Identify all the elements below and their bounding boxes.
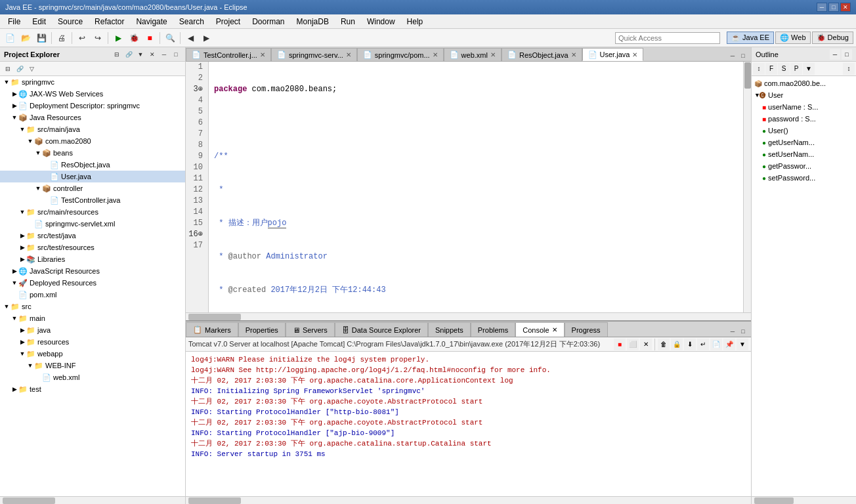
outline-horiz-scroll[interactable]: [752, 496, 856, 504]
tab-console[interactable]: Console ✕: [515, 322, 564, 337]
tab-close[interactable]: ✕: [632, 51, 637, 58]
tree-item[interactable]: ▶📁test: [0, 383, 185, 395]
tree-item[interactable]: ▼📁springmvc: [0, 76, 185, 88]
outline-view-menu-btn[interactable]: ▼: [803, 63, 815, 75]
menu-source[interactable]: Source: [53, 16, 88, 28]
console-close[interactable]: ✕: [552, 326, 557, 333]
menu-edit[interactable]: Edit: [27, 16, 51, 28]
console-stop-btn[interactable]: ■: [614, 339, 626, 350]
tree-item[interactable]: ▶📁java: [0, 324, 185, 336]
editor-scrollbar-thumb[interactable]: [744, 62, 751, 89]
outline-collapse-all-btn[interactable]: ↕: [843, 63, 855, 75]
console-scroll-thumb[interactable]: [188, 497, 241, 504]
left-panel-horiz-scroll[interactable]: [0, 496, 185, 504]
console-scroll-lock-btn[interactable]: 🔒: [671, 339, 683, 350]
menu-window[interactable]: Window: [362, 16, 400, 28]
menu-doorman[interactable]: Doorman: [247, 16, 289, 28]
toolbar-forward[interactable]: ▶: [199, 31, 213, 45]
tree-item[interactable]: ▶🌐JAX-WS Web Services: [0, 88, 185, 100]
menu-navigate[interactable]: Navigate: [131, 16, 172, 28]
tab-close[interactable]: ✕: [433, 51, 438, 58]
tab-properties[interactable]: Properties: [238, 322, 286, 337]
tree-collapse-btn[interactable]: ⊟: [3, 64, 13, 74]
tree-item[interactable]: ▶📁resources: [0, 336, 185, 348]
maximize-editor-btn[interactable]: □: [738, 51, 748, 61]
view-menu-button[interactable]: ▼: [135, 49, 146, 60]
outline-maximize-btn[interactable]: □: [842, 49, 852, 60]
console-pin-btn[interactable]: 📌: [723, 339, 735, 350]
tree-item[interactable]: ▶🌐JavaScript Resources: [0, 265, 185, 277]
tree-item[interactable]: 📄TestController.java: [0, 194, 185, 206]
toolbar-back[interactable]: ◀: [183, 31, 198, 45]
tree-item[interactable]: 📄ResObject.java: [0, 159, 185, 171]
tree-item[interactable]: ▼🚀Deployed Resources: [0, 277, 185, 289]
toolbar-open[interactable]: 📂: [18, 31, 33, 45]
tree-item[interactable]: ▶📁src/test/java: [0, 230, 185, 242]
tab-testcontroller[interactable]: 📄 TestController.j... ✕: [186, 48, 271, 61]
menu-file[interactable]: File: [3, 16, 26, 28]
tree-item[interactable]: 📄web.xml: [0, 371, 185, 383]
tree-item[interactable]: ▼📦controller: [0, 182, 185, 194]
toolbar-redo[interactable]: ↪: [91, 31, 105, 45]
editor-scrollbar[interactable]: [743, 62, 751, 312]
tab-close[interactable]: ✕: [346, 51, 351, 58]
tree-item[interactable]: ▼📁src: [0, 301, 185, 312]
minimize-editor-btn[interactable]: ─: [727, 51, 738, 61]
outline-hide-fields-btn[interactable]: F: [765, 63, 777, 75]
tree-item[interactable]: ▼📦Java Resources: [0, 112, 185, 123]
code-content[interactable]: package com.mao2080.beans; /** * * 描述：用户…: [209, 62, 743, 312]
outline-method-setpassword[interactable]: ● setPassword...: [752, 172, 856, 184]
maximize-console-btn[interactable]: □: [738, 326, 748, 337]
tree-item[interactable]: ▼📦com.mao2080: [0, 135, 185, 147]
editor-scroll-thumb[interactable]: [188, 314, 241, 320]
toolbar-print[interactable]: 🖨: [54, 31, 69, 45]
tab-webxml[interactable]: 📄 web.xml ✕: [444, 48, 502, 61]
menu-search[interactable]: Search: [174, 16, 209, 28]
outline-hide-nonpublic-btn[interactable]: P: [790, 63, 802, 75]
maximize-view-button[interactable]: □: [171, 49, 181, 60]
tree-item[interactable]: 📄User.java: [0, 171, 185, 182]
console-clear-btn[interactable]: 🗑: [658, 339, 670, 350]
tree-item[interactable]: ▼📁webapp: [0, 348, 185, 360]
editor-horiz-scroll[interactable]: [186, 312, 751, 320]
minimize-console-btn[interactable]: ─: [727, 326, 738, 337]
tree-item[interactable]: 📄springmvc-servlet.xml: [0, 218, 185, 230]
outline-scroll-thumb[interactable]: [754, 497, 794, 504]
tree-item[interactable]: ▶📁src/test/resources: [0, 242, 185, 253]
outline-class-user[interactable]: ▼ 🅒 User: [752, 89, 856, 101]
menu-monjadb[interactable]: MonjaDB: [291, 16, 334, 28]
tree-view-btn[interactable]: ▽: [26, 64, 37, 74]
tree-item[interactable]: ▼📁src/main/resources: [0, 206, 185, 218]
perspective-web[interactable]: 🌐 Web: [775, 32, 810, 44]
console-output[interactable]: log4j:WARN Please initialize the log4j s…: [186, 352, 751, 496]
tab-datasource[interactable]: 🗄 Data Source Explorer: [335, 322, 428, 337]
tree-item[interactable]: ▼📁WEB-INF: [0, 360, 185, 371]
tab-servers[interactable]: 🖥 Servers: [286, 322, 335, 337]
link-with-editor-button[interactable]: 🔗: [123, 49, 134, 60]
menu-refactor[interactable]: Refactor: [89, 16, 129, 28]
toolbar-save[interactable]: 💾: [34, 31, 49, 45]
minimize-button[interactable]: ─: [817, 3, 827, 12]
tab-resobject[interactable]: 📄 ResObject.java ✕: [502, 48, 582, 61]
toolbar-run[interactable]: ▶: [111, 31, 125, 45]
tab-problems[interactable]: Problems: [471, 322, 515, 337]
toolbar-undo[interactable]: ↩: [75, 31, 89, 45]
tree-link-btn[interactable]: 🔗: [14, 64, 25, 74]
tree-item[interactable]: ▶📄Deployment Descriptor: springmvc: [0, 100, 185, 112]
toolbar-debug[interactable]: 🐞: [127, 31, 141, 45]
outline-method-constructor[interactable]: ● User(): [752, 125, 856, 136]
console-horiz-scroll[interactable]: [186, 496, 751, 504]
tab-progress[interactable]: Progress: [565, 322, 608, 337]
toolbar-stop[interactable]: ■: [142, 31, 157, 45]
menu-project[interactable]: Project: [211, 16, 246, 28]
menu-run[interactable]: Run: [335, 16, 360, 28]
tree-item[interactable]: ▼📁main: [0, 312, 185, 324]
tab-close[interactable]: ✕: [571, 51, 576, 58]
left-scroll-thumb[interactable]: [3, 497, 55, 504]
tab-pom[interactable]: 📄 springmvc/pom... ✕: [357, 48, 444, 61]
outline-package[interactable]: 📦 com.mao2080.be...: [752, 77, 856, 89]
outline-method-getusername[interactable]: ● getUserNam...: [752, 136, 856, 148]
tab-snippets[interactable]: Snippets: [428, 322, 471, 337]
tree-item[interactable]: ▶📚Libraries: [0, 253, 185, 265]
outline-field-password[interactable]: ■ password : S...: [752, 113, 856, 125]
